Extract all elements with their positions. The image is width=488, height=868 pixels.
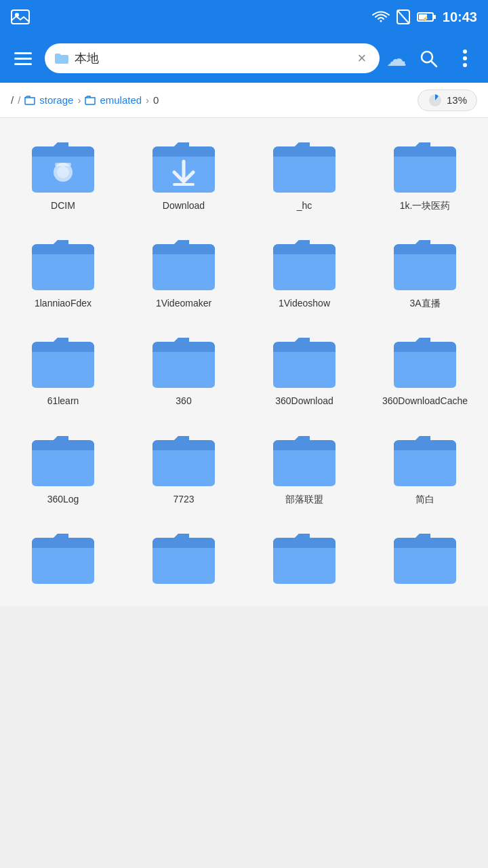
storage-percent: 13% <box>447 94 467 106</box>
folder-item-16[interactable] <box>5 517 121 597</box>
wifi-icon <box>372 10 390 24</box>
storage-breadcrumb-icon <box>24 96 35 105</box>
search-icon <box>419 49 438 68</box>
menu-line-3 <box>14 63 32 65</box>
menu-line-1 <box>14 52 32 54</box>
folder-name: 1Videomaker <box>156 297 211 309</box>
folder-icon-wrap <box>150 133 218 194</box>
folder-item-1lanniaoFdex[interactable]: 1lanniaoFdex <box>5 224 121 316</box>
folder-icon-wrap <box>270 328 338 389</box>
svg-line-9 <box>431 61 436 66</box>
folder-icon-wrap <box>391 231 459 292</box>
status-bar: ⚡ 10:43 <box>0 0 488 34</box>
folder-item-_hc[interactable]: _hc <box>247 126 362 218</box>
folder-name: 1k.一块医药 <box>400 199 451 212</box>
breadcrumb-bar: / / storage › emulated › 0 13% <box>0 83 488 118</box>
folder-name: 1lanniaoFdex <box>35 297 92 309</box>
folder-name: DCIM <box>51 199 75 212</box>
folder-item-360DownloadCache[interactable]: 360DownloadCache <box>367 321 483 414</box>
svg-point-15 <box>57 166 69 178</box>
top-bar: 本地 × ☁ <box>0 34 488 83</box>
folder-item-3A直播[interactable]: 3A直播 <box>367 224 483 316</box>
folder-name: 简白 <box>415 493 434 505</box>
folder-name: 3A直播 <box>409 297 440 309</box>
folder-icon-wrap <box>150 524 218 585</box>
emulated-breadcrumb-icon <box>85 96 96 105</box>
breadcrumb-count: 0 <box>153 94 413 106</box>
folder-name: _hc <box>297 199 312 212</box>
storage-badge: 13% <box>418 90 477 111</box>
folder-item-简白[interactable]: 简白 <box>367 420 483 512</box>
svg-rect-0 <box>12 10 29 24</box>
folder-icon-wrap <box>150 231 218 292</box>
folder-icon-wrap <box>270 231 338 292</box>
close-button[interactable]: × <box>354 50 370 66</box>
breadcrumb-sep2: › <box>77 94 81 106</box>
folder-item-360Download[interactable]: 360Download <box>247 321 362 414</box>
folder-icon-wrap <box>391 524 459 585</box>
folder-icon-wrap <box>29 427 97 488</box>
breadcrumb-emulated[interactable]: emulated <box>100 94 142 106</box>
cloud-icon: ☁ <box>386 47 407 71</box>
folder-item-7723[interactable]: 7723 <box>126 420 241 512</box>
folder-item-19[interactable] <box>367 517 483 597</box>
folder-icon-wrap <box>29 231 97 292</box>
folder-icon-wrap <box>29 133 97 194</box>
svg-line-3 <box>397 10 409 24</box>
folder-icon-wrap <box>150 427 218 488</box>
svg-point-10 <box>463 50 467 54</box>
location-pill[interactable]: 本地 × <box>45 43 380 73</box>
status-left <box>11 9 30 24</box>
folder-name: 部落联盟 <box>285 493 323 505</box>
folder-name: 1Videoshow <box>279 297 330 309</box>
folder-item-部落联盟[interactable]: 部落联盟 <box>247 420 362 512</box>
svg-rect-16 <box>55 163 71 166</box>
folder-name: 360DownloadCache <box>382 395 468 407</box>
folder-icon-wrap <box>29 328 97 389</box>
folder-icon-wrap <box>270 133 338 194</box>
folder-name: Download <box>163 199 205 212</box>
time-display: 10:43 <box>443 9 477 25</box>
sim-icon <box>396 9 410 24</box>
folder-item-360[interactable]: 360 <box>126 321 241 414</box>
folder-name: 61learn <box>47 395 79 407</box>
breadcrumb-sep1: / <box>18 94 20 106</box>
folder-item-17[interactable] <box>126 517 241 597</box>
svg-point-11 <box>463 56 467 60</box>
folder-icon-wrap <box>270 427 338 488</box>
folder-name: 360Log <box>47 493 79 505</box>
folder-item-1Videoshow[interactable]: 1Videoshow <box>247 224 362 316</box>
more-icon <box>462 49 468 68</box>
image-icon <box>11 9 30 24</box>
more-button[interactable] <box>450 43 480 73</box>
location-text: 本地 <box>75 50 348 66</box>
storage-pie-chart <box>428 93 443 108</box>
svg-point-12 <box>463 63 467 67</box>
folder-icon-wrap <box>150 328 218 389</box>
folder-item-DCIM[interactable]: DCIM <box>5 126 121 218</box>
file-grid: DCIM Download _hc 1k.一块医药 1lanniaoFdex 1… <box>0 118 488 606</box>
folder-icon-wrap <box>391 133 459 194</box>
menu-button[interactable] <box>8 43 38 73</box>
breadcrumb-storage[interactable]: storage <box>39 94 73 106</box>
svg-text:⚡: ⚡ <box>422 15 429 22</box>
folder-item-Download[interactable]: Download <box>126 126 241 218</box>
breadcrumb-root: / <box>11 94 14 106</box>
folder-icon <box>54 52 69 64</box>
folder-icon-wrap <box>391 328 459 389</box>
folder-name: 360 <box>176 395 191 407</box>
folder-item-360Log[interactable]: 360Log <box>5 420 121 512</box>
folder-item-18[interactable] <box>247 517 362 597</box>
folder-item-61learn[interactable]: 61learn <box>5 321 121 414</box>
folder-item-1Videomaker[interactable]: 1Videomaker <box>126 224 241 316</box>
battery-icon: ⚡ <box>417 12 436 22</box>
folder-name: 360Download <box>275 395 333 407</box>
search-button[interactable] <box>413 43 443 73</box>
svg-rect-6 <box>434 15 436 19</box>
folder-icon-wrap <box>391 427 459 488</box>
folder-icon-wrap <box>29 524 97 585</box>
folder-icon-wrap <box>270 524 338 585</box>
status-right: ⚡ 10:43 <box>372 9 477 25</box>
folder-item-1k.一块医药[interactable]: 1k.一块医药 <box>367 126 483 218</box>
menu-line-2 <box>14 58 32 60</box>
